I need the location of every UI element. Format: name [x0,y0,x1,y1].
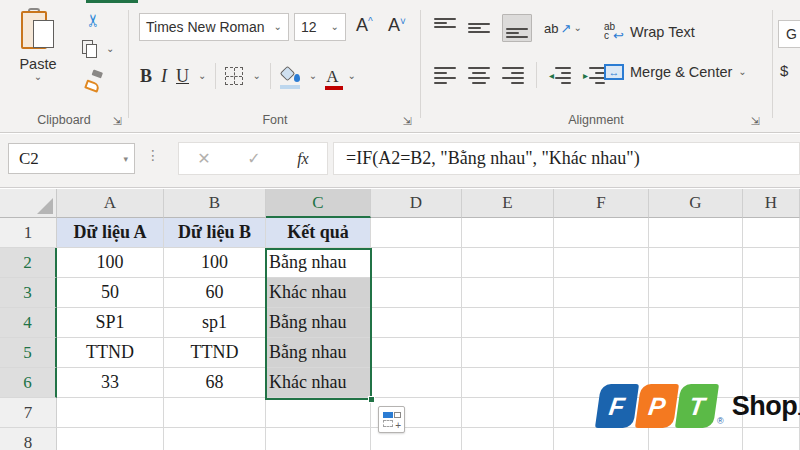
row-header-1[interactable]: 1 [0,218,57,248]
cell-D6[interactable] [371,368,462,398]
dropdown-arrow-icon[interactable]: ▾ [123,154,128,164]
cell-A2[interactable]: 100 [57,248,164,278]
cell-B4[interactable]: sp1 [164,308,266,338]
font-color-chevron-icon[interactable]: ⌄ [347,71,355,81]
copy-button[interactable]: ⌄ [82,40,114,58]
borders-button[interactable] [225,67,243,85]
top-align-button[interactable] [434,18,456,38]
clipboard-dialog-launcher[interactable]: ⇲ [113,115,122,128]
cell-H3[interactable] [743,278,800,308]
column-header-G[interactable]: G [649,189,743,218]
cell-C5[interactable]: Bằng nhau [266,338,371,368]
borders-chevron-icon[interactable]: ⌄ [252,71,260,81]
insert-function-icon[interactable]: fx [297,150,309,168]
column-header-B[interactable]: B [164,189,266,218]
underline-button[interactable]: U [176,66,189,87]
cell-C1[interactable]: Kết quả [266,218,371,248]
fill-color-button[interactable] [280,66,300,86]
cell-B1[interactable]: Dữ liệu B [164,218,266,248]
cell-G3[interactable] [649,278,743,308]
cell-G8[interactable] [649,428,743,450]
increase-indent-button[interactable]: ▸ [583,67,605,84]
row-header-2[interactable]: 2 [0,248,57,278]
italic-button[interactable]: I [161,66,167,87]
cell-G1[interactable] [649,218,743,248]
merge-center-button[interactable]: ↔ Merge & Center ⌄ [604,64,747,80]
cell-E8[interactable] [462,428,554,450]
bold-button[interactable]: B [140,66,152,87]
cell-A5[interactable]: TTND [57,338,164,368]
column-header-D[interactable]: D [371,189,462,218]
alignment-dialog-launcher[interactable]: ⇲ [751,115,760,128]
cell-A7[interactable] [57,398,164,428]
paste-button[interactable]: Paste ⌄ [12,8,64,100]
increase-font-button[interactable]: A^ [356,15,373,36]
cancel-icon[interactable]: ✕ [197,149,210,168]
cell-F1[interactable] [554,218,649,248]
cell-H2[interactable] [743,248,800,278]
row-header-8[interactable]: 8 [0,428,57,450]
cell-A8[interactable] [57,428,164,450]
cell-C7[interactable] [266,398,371,428]
row-header-7[interactable]: 7 [0,398,57,428]
cell-F2[interactable] [554,248,649,278]
row-header-4[interactable]: 4 [0,308,57,338]
formula-input[interactable]: =IF(A2=B2, "Bằng nhau", "Khác nhau") [333,142,800,175]
format-painter-button[interactable] [84,72,104,90]
column-header-H[interactable]: H [743,189,800,218]
autofill-options-button[interactable]: + [378,406,405,433]
bottom-align-button-selected[interactable] [502,14,532,42]
row-header-5[interactable]: 5 [0,338,57,368]
cell-A1[interactable]: Dữ liệu A [57,218,164,248]
orientation-button[interactable]: ab ↗ ⌄ [544,21,582,36]
cell-E5[interactable] [462,338,554,368]
align-center-button[interactable] [468,67,490,84]
column-header-F[interactable]: F [554,189,649,218]
wrap-text-button[interactable]: ab c ↩ Wrap Text [604,22,695,42]
fill-handle[interactable] [368,396,375,403]
enter-icon[interactable]: ✓ [247,149,260,168]
cell-F8[interactable] [554,428,649,450]
cell-E7[interactable] [462,398,554,428]
row-header-6[interactable]: 6 [0,368,57,398]
cell-B6[interactable]: 68 [164,368,266,398]
cell-C6[interactable]: Khác nhau [266,368,371,398]
column-header-E[interactable]: E [462,189,554,218]
cell-B7[interactable] [164,398,266,428]
column-header-C[interactable]: C [266,189,371,218]
cell-D2[interactable] [371,248,462,278]
cell-E2[interactable] [462,248,554,278]
font-name-combo[interactable]: Times New Roman ⌄ [139,13,289,41]
cell-H4[interactable] [743,308,800,338]
cell-B5[interactable]: TTND [164,338,266,368]
cell-F3[interactable] [554,278,649,308]
cell-E4[interactable] [462,308,554,338]
select-all-corner[interactable] [0,189,57,218]
number-format-combo[interactable]: G [778,20,800,48]
cell-E3[interactable] [462,278,554,308]
cell-D3[interactable] [371,278,462,308]
name-box[interactable]: C2 ▾ [8,143,135,174]
font-color-button[interactable]: A [326,68,338,85]
cell-D5[interactable] [371,338,462,368]
cell-A6[interactable]: 33 [57,368,164,398]
cell-E1[interactable] [462,218,554,248]
cell-G4[interactable] [649,308,743,338]
cell-C4[interactable]: Bằng nhau [266,308,371,338]
dots-separator-icon[interactable]: ⋮ [146,147,160,163]
cell-G5[interactable] [649,338,743,368]
align-left-button[interactable] [434,67,456,84]
cell-F5[interactable] [554,338,649,368]
accounting-format-icon[interactable]: $ [780,62,788,79]
decrease-indent-button[interactable]: ◂ [549,67,571,84]
column-header-A[interactable]: A [57,189,164,218]
cell-B8[interactable] [164,428,266,450]
cell-A4[interactable]: SP1 [57,308,164,338]
cell-C2[interactable]: Bằng nhau [266,248,371,278]
cell-D1[interactable] [371,218,462,248]
cell-D4[interactable] [371,308,462,338]
cell-C3[interactable]: Khác nhau [266,278,371,308]
cell-C8[interactable] [266,428,371,450]
cell-H8[interactable] [743,428,800,450]
cell-H5[interactable] [743,338,800,368]
